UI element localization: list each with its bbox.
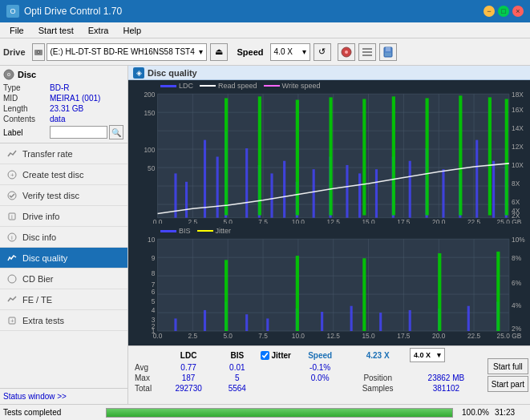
bis-legend-color xyxy=(160,230,176,232)
avg-label: Avg xyxy=(131,362,160,373)
svg-text:12.5: 12.5 xyxy=(327,333,341,341)
refresh-button[interactable]: ↺ xyxy=(314,43,331,61)
svg-text:20.0: 20.0 xyxy=(432,218,446,224)
svg-rect-156 xyxy=(409,310,411,331)
start-full-button[interactable]: Start full xyxy=(488,358,528,374)
svg-rect-85 xyxy=(409,161,411,218)
sidebar-item-extra-tests[interactable]: + Extra tests xyxy=(0,310,127,331)
max-ldc: 187 xyxy=(160,373,216,383)
maximize-button[interactable]: □ xyxy=(498,6,509,17)
sidebar-item-disc-quality[interactable]: Disc quality xyxy=(0,248,127,269)
svg-rect-158 xyxy=(467,306,470,331)
length-label: Length xyxy=(3,104,50,113)
sidebar-item-drive-info[interactable]: i Drive info xyxy=(0,206,127,227)
jitter-checkbox[interactable] xyxy=(261,351,269,360)
svg-text:100: 100 xyxy=(144,147,155,155)
menu-start-test[interactable]: Start test xyxy=(32,25,80,36)
status-window[interactable]: Status window >> xyxy=(0,388,127,404)
menubar: File Start test Extra Help xyxy=(0,22,530,38)
sidebar-item-disc-info[interactable]: i Disc info xyxy=(0,227,127,248)
total-samples-val: 381102 xyxy=(410,383,483,394)
svg-text:8: 8 xyxy=(152,269,156,277)
drive-select[interactable]: (E:) HL-DT-ST BD-RE WH16NS58 TST4 ▾ xyxy=(47,43,207,61)
svg-rect-148 xyxy=(204,310,206,331)
svg-text:10: 10 xyxy=(148,236,156,244)
save-button[interactable] xyxy=(379,43,397,61)
svg-text:i: i xyxy=(11,234,13,241)
disc-section: Disc Type BD-R MID MEIRA1 (001) Length 2… xyxy=(0,66,127,143)
svg-rect-90 xyxy=(492,161,495,218)
svg-text:7.5: 7.5 xyxy=(258,218,268,224)
bottom-chart: BIS Jitter xyxy=(128,225,530,345)
sidebar-item-verify-test-disc[interactable]: Verify test disc xyxy=(0,185,127,206)
total-samples-label: Samples xyxy=(346,383,410,394)
max-position-label: Position xyxy=(346,373,410,383)
svg-rect-153 xyxy=(321,312,323,331)
sidebar-item-cd-bier[interactable]: CD Bier xyxy=(0,269,127,289)
svg-point-21 xyxy=(8,275,16,283)
sidebar-item-create-test-disc[interactable]: + Create test disc xyxy=(0,164,127,185)
top-chart-svg: 200 150 100 50 18X 16X 14X 12X 10X 8X 6X… xyxy=(128,90,530,224)
col-header-jitter-check[interactable]: Jitter xyxy=(257,348,293,362)
menu-extra[interactable]: Extra xyxy=(82,25,115,36)
app-title: Opti Drive Control 1.70 xyxy=(24,6,122,17)
svg-text:50: 50 xyxy=(148,165,156,173)
svg-text:6: 6 xyxy=(152,288,156,296)
col-header-empty xyxy=(131,348,160,362)
menu-help[interactable]: Help xyxy=(116,25,148,36)
svg-rect-5 xyxy=(362,51,372,53)
contents-label: Contents xyxy=(3,115,50,123)
bis-legend-label: BIS xyxy=(179,227,191,235)
svg-rect-6 xyxy=(362,48,372,50)
svg-rect-97 xyxy=(392,97,395,216)
col-header-speed-select[interactable]: 4.0 X▾ xyxy=(410,348,483,362)
close-button[interactable]: × xyxy=(512,6,524,17)
svg-text:25.0 GB: 25.0 GB xyxy=(497,333,522,341)
action-buttons: Start full Start part xyxy=(486,346,530,404)
content-area: ◈ Disc quality LDC Read speed xyxy=(128,66,530,404)
disc-info-icon: i xyxy=(6,232,18,243)
svg-text:12X: 12X xyxy=(512,143,524,151)
minimize-button[interactable]: − xyxy=(483,6,495,17)
ldc-legend-label: LDC xyxy=(179,82,193,90)
avg-bis: 0.01 xyxy=(216,362,257,373)
speed-select[interactable]: 4.0 X ▾ xyxy=(270,43,310,61)
svg-text:6X: 6X xyxy=(512,198,520,206)
svg-text:14X: 14X xyxy=(512,124,524,132)
svg-rect-81 xyxy=(346,165,348,218)
svg-rect-96 xyxy=(362,99,366,216)
svg-rect-89 xyxy=(475,140,478,218)
cd-bier-icon xyxy=(6,273,18,285)
settings-button[interactable] xyxy=(358,43,376,61)
svg-text:8%: 8% xyxy=(512,255,522,263)
svg-rect-77 xyxy=(283,161,285,218)
svg-rect-98 xyxy=(426,99,429,216)
mid-label: MID xyxy=(3,94,50,103)
svg-text:7.5: 7.5 xyxy=(258,333,268,341)
stats-row: LDC BIS Jitter Speed 4.23 X xyxy=(128,345,530,404)
total-label: Total xyxy=(131,383,160,394)
menu-file[interactable]: File xyxy=(3,25,30,36)
svg-text:4%: 4% xyxy=(512,301,522,309)
eject-button[interactable]: ⏏ xyxy=(210,43,228,61)
max-position-val: 23862 MB xyxy=(410,373,483,383)
svg-text:10%: 10% xyxy=(512,236,525,244)
max-jitter-val: 0.0% xyxy=(294,373,346,383)
disc-label-input[interactable] xyxy=(50,126,107,139)
svg-text:200: 200 xyxy=(144,91,155,99)
svg-text:16X: 16X xyxy=(512,106,524,114)
progress-bar-fill xyxy=(107,409,452,417)
svg-rect-83 xyxy=(375,169,378,218)
svg-rect-101 xyxy=(505,99,508,216)
panel-icon: ◈ xyxy=(133,67,144,79)
disc-label-button[interactable]: 🔍 xyxy=(109,125,123,139)
svg-text:17.5: 17.5 xyxy=(397,218,411,224)
sidebar-item-transfer-rate[interactable]: Transfer rate xyxy=(0,143,127,164)
svg-text:22.5: 22.5 xyxy=(467,218,481,224)
total-bis: 5564 xyxy=(216,383,257,394)
sidebar-item-fe-te[interactable]: FE / TE xyxy=(0,289,127,310)
svg-rect-95 xyxy=(330,98,333,216)
bottom-bar: Tests completed 100.0% 31:23 xyxy=(0,404,530,420)
start-part-button[interactable]: Start part xyxy=(488,376,528,392)
burn-button[interactable] xyxy=(338,43,355,61)
